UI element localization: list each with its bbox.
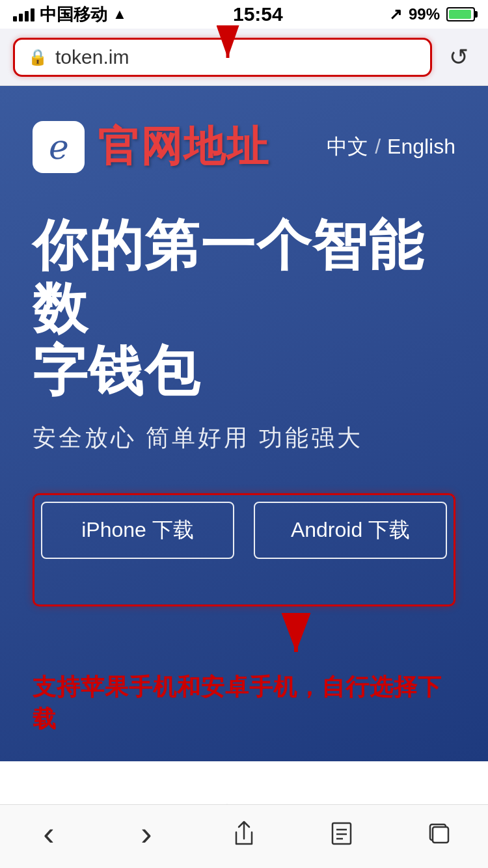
nav-bookmarks-button[interactable] (316, 814, 368, 853)
status-right: ↗ 99% (389, 5, 475, 23)
hero-subtitle: 安全放心 简单好用 功能强大 (33, 422, 455, 454)
bottom-navigation: ‹ › (0, 804, 488, 868)
status-bar: 中国移动 ▲ 15:54 ↗ 99% (0, 0, 488, 29)
nav-share-button[interactable] (218, 814, 270, 853)
url-text: token.im (55, 46, 129, 68)
language-switcher: 中文 / English (327, 133, 455, 161)
lock-icon: 🔒 (28, 48, 47, 66)
battery-icon (446, 7, 475, 21)
bookmarks-icon (330, 821, 353, 847)
browser-bar: 🔒 token.im ↺ (0, 29, 488, 86)
tabs-icon (427, 822, 451, 845)
android-download-button[interactable]: Android 下载 (254, 502, 447, 559)
share-icon (232, 821, 256, 847)
location-icon: ↗ (389, 5, 402, 23)
iphone-download-button[interactable]: iPhone 下载 (41, 502, 234, 559)
svg-rect-7 (433, 827, 448, 843)
battery-percent: 99% (409, 5, 440, 23)
lang-divider: / (375, 135, 381, 159)
annotation-text: 支持苹果手机和安卓手机，自行选择下载 (33, 671, 455, 735)
download-buttons-wrapper: iPhone 下载 Android 下载 (33, 493, 455, 606)
time-display: 15:54 (233, 3, 283, 25)
hero-headline: 你的第一个智能数 字钱包 (33, 214, 455, 403)
nav-forward-button[interactable]: › (120, 814, 172, 853)
site-label: 官网地址 (98, 118, 269, 175)
carrier-label: 中国移动 (40, 3, 107, 26)
browser-bar-wrapper: 🔒 token.im ↺ (0, 29, 488, 86)
signal-bars (13, 7, 34, 21)
nav-tabs-button[interactable] (413, 814, 465, 853)
download-buttons: iPhone 下载 Android 下载 (41, 502, 447, 559)
refresh-button[interactable]: ↺ (442, 37, 475, 77)
status-left: 中国移动 ▲ (13, 3, 127, 26)
url-bar[interactable]: 🔒 token.im (13, 38, 432, 77)
download-annotation-arrow (257, 613, 335, 665)
lang-en-button[interactable]: English (387, 135, 455, 159)
logo-icon: ℯ (33, 121, 85, 173)
main-content: ℯ 官网地址 中文 / English 你的第一个智能数 字钱包 安全放心 简单… (0, 86, 488, 761)
header-row: ℯ 官网地址 中文 / English (33, 118, 455, 175)
lang-zh-button[interactable]: 中文 (327, 133, 368, 161)
logo-area: ℯ 官网地址 (33, 118, 269, 175)
wifi-icon: ▲ (113, 6, 127, 23)
nav-back-button[interactable]: ‹ (23, 814, 75, 853)
